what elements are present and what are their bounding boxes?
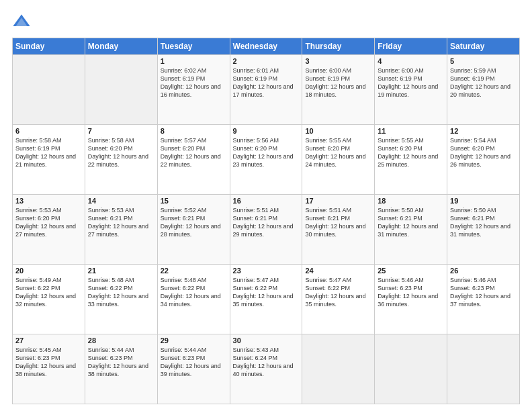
day-info: Sunrise: 6:01 AM Sunset: 6:19 PM Dayligh… [233,66,300,99]
calendar-day-cell: 13Sunrise: 5:53 AM Sunset: 6:20 PM Dayli… [13,195,85,265]
day-number: 22 [161,267,227,275]
day-of-week-header: Monday [85,38,157,55]
day-number: 20 [15,267,82,275]
day-number: 25 [378,267,444,275]
calendar-table: SundayMondayTuesdayWednesdayThursdayFrid… [12,38,520,404]
header [12,12,520,31]
day-number: 11 [378,127,444,135]
day-info: Sunrise: 5:48 AM Sunset: 6:22 PM Dayligh… [161,276,227,309]
calendar-day-cell: 8Sunrise: 5:57 AM Sunset: 6:20 PM Daylig… [157,125,230,195]
day-info: Sunrise: 5:47 AM Sunset: 6:22 PM Dayligh… [305,276,371,309]
calendar-day-cell: 11Sunrise: 5:55 AM Sunset: 6:20 PM Dayli… [375,125,447,195]
day-number: 14 [88,197,154,205]
day-info: Sunrise: 5:45 AM Sunset: 6:23 PM Dayligh… [15,346,82,379]
calendar-day-cell: 1Sunrise: 6:02 AM Sunset: 6:19 PM Daylig… [157,55,230,125]
day-number: 8 [161,127,227,135]
day-number: 13 [15,197,82,205]
calendar-day-cell: 26Sunrise: 5:46 AM Sunset: 6:23 PM Dayli… [447,265,520,334]
day-number: 6 [15,127,82,135]
day-of-week-header: Tuesday [157,38,230,55]
day-info: Sunrise: 5:55 AM Sunset: 6:20 PM Dayligh… [378,136,444,169]
day-info: Sunrise: 5:50 AM Sunset: 6:21 PM Dayligh… [450,206,517,239]
day-number: 1 [161,57,227,65]
day-number: 18 [378,197,444,205]
day-of-week-header: Wednesday [230,38,302,55]
day-of-week-header: Friday [375,38,447,55]
day-info: Sunrise: 5:46 AM Sunset: 6:23 PM Dayligh… [378,276,444,309]
calendar-day-cell: 27Sunrise: 5:45 AM Sunset: 6:23 PM Dayli… [13,334,85,404]
calendar-day-cell: 29Sunrise: 5:44 AM Sunset: 6:23 PM Dayli… [157,334,230,404]
logo [12,12,34,31]
calendar-day-cell: 2Sunrise: 6:01 AM Sunset: 6:19 PM Daylig… [230,55,302,125]
calendar-day-cell: 5Sunrise: 5:59 AM Sunset: 6:19 PM Daylig… [447,55,520,125]
calendar-week-row: 20Sunrise: 5:49 AM Sunset: 6:22 PM Dayli… [13,265,520,334]
day-number: 7 [88,127,154,135]
day-number: 16 [233,197,300,205]
calendar-day-cell: 6Sunrise: 5:58 AM Sunset: 6:19 PM Daylig… [13,125,85,195]
day-info: Sunrise: 5:55 AM Sunset: 6:20 PM Dayligh… [305,136,371,169]
calendar-day-cell: 10Sunrise: 5:55 AM Sunset: 6:20 PM Dayli… [302,125,375,195]
day-info: Sunrise: 5:54 AM Sunset: 6:20 PM Dayligh… [450,136,517,169]
day-info: Sunrise: 5:48 AM Sunset: 6:22 PM Dayligh… [88,276,154,309]
day-number: 27 [15,336,82,345]
calendar-week-row: 6Sunrise: 5:58 AM Sunset: 6:19 PM Daylig… [13,125,520,195]
day-number: 29 [161,336,227,345]
calendar-day-cell [302,334,375,404]
calendar-day-cell: 18Sunrise: 5:50 AM Sunset: 6:21 PM Dayli… [375,195,447,265]
day-number: 23 [233,267,300,275]
day-info: Sunrise: 5:44 AM Sunset: 6:23 PM Dayligh… [161,346,227,379]
calendar-day-cell [447,334,520,404]
day-number: 12 [450,127,517,135]
day-number: 3 [305,57,371,65]
calendar-week-row: 13Sunrise: 5:53 AM Sunset: 6:20 PM Dayli… [13,195,520,265]
day-info: Sunrise: 5:47 AM Sunset: 6:22 PM Dayligh… [233,276,300,309]
day-number: 26 [450,267,517,275]
day-info: Sunrise: 5:51 AM Sunset: 6:21 PM Dayligh… [305,206,371,239]
calendar-day-cell: 3Sunrise: 6:00 AM Sunset: 6:19 PM Daylig… [302,55,375,125]
day-number: 21 [88,267,154,275]
calendar-day-cell: 17Sunrise: 5:51 AM Sunset: 6:21 PM Dayli… [302,195,375,265]
day-number: 30 [233,336,300,345]
calendar-day-cell: 20Sunrise: 5:49 AM Sunset: 6:22 PM Dayli… [13,265,85,334]
calendar-day-cell: 16Sunrise: 5:51 AM Sunset: 6:21 PM Dayli… [230,195,302,265]
day-info: Sunrise: 5:58 AM Sunset: 6:19 PM Dayligh… [15,136,82,169]
calendar-day-cell: 25Sunrise: 5:46 AM Sunset: 6:23 PM Dayli… [375,265,447,334]
calendar-day-cell: 12Sunrise: 5:54 AM Sunset: 6:20 PM Dayli… [447,125,520,195]
day-number: 5 [450,57,517,65]
calendar-day-cell [375,334,447,404]
day-info: Sunrise: 6:02 AM Sunset: 6:19 PM Dayligh… [161,66,227,99]
day-info: Sunrise: 5:43 AM Sunset: 6:24 PM Dayligh… [233,346,300,379]
calendar-day-cell: 4Sunrise: 6:00 AM Sunset: 6:19 PM Daylig… [375,55,447,125]
calendar-header-row: SundayMondayTuesdayWednesdayThursdayFrid… [13,38,520,55]
day-info: Sunrise: 5:44 AM Sunset: 6:23 PM Dayligh… [88,346,154,379]
calendar-day-cell: 9Sunrise: 5:56 AM Sunset: 6:20 PM Daylig… [230,125,302,195]
day-of-week-header: Thursday [302,38,375,55]
day-info: Sunrise: 5:59 AM Sunset: 6:19 PM Dayligh… [450,66,517,99]
calendar-day-cell: 30Sunrise: 5:43 AM Sunset: 6:24 PM Dayli… [230,334,302,404]
day-info: Sunrise: 5:53 AM Sunset: 6:20 PM Dayligh… [15,206,82,239]
day-number: 2 [233,57,300,65]
day-info: Sunrise: 5:50 AM Sunset: 6:21 PM Dayligh… [378,206,444,239]
day-info: Sunrise: 5:53 AM Sunset: 6:21 PM Dayligh… [88,206,154,239]
day-number: 9 [233,127,300,135]
day-info: Sunrise: 5:52 AM Sunset: 6:21 PM Dayligh… [161,206,227,239]
calendar-day-cell: 28Sunrise: 5:44 AM Sunset: 6:23 PM Dayli… [85,334,157,404]
calendar-day-cell: 7Sunrise: 5:58 AM Sunset: 6:20 PM Daylig… [85,125,157,195]
day-info: Sunrise: 6:00 AM Sunset: 6:19 PM Dayligh… [305,66,371,99]
day-number: 17 [305,197,371,205]
calendar-day-cell: 24Sunrise: 5:47 AM Sunset: 6:22 PM Dayli… [302,265,375,334]
calendar-day-cell: 22Sunrise: 5:48 AM Sunset: 6:22 PM Dayli… [157,265,230,334]
page: SundayMondayTuesdayWednesdayThursdayFrid… [0,0,532,411]
day-number: 10 [305,127,371,135]
day-info: Sunrise: 5:56 AM Sunset: 6:20 PM Dayligh… [233,136,300,169]
calendar-day-cell [85,55,157,125]
day-info: Sunrise: 6:00 AM Sunset: 6:19 PM Dayligh… [378,66,444,99]
day-info: Sunrise: 5:58 AM Sunset: 6:20 PM Dayligh… [88,136,154,169]
calendar-day-cell: 14Sunrise: 5:53 AM Sunset: 6:21 PM Dayli… [85,195,157,265]
day-number: 15 [161,197,227,205]
calendar-week-row: 1Sunrise: 6:02 AM Sunset: 6:19 PM Daylig… [13,55,520,125]
day-info: Sunrise: 5:46 AM Sunset: 6:23 PM Dayligh… [450,276,517,309]
day-number: 4 [378,57,444,65]
day-info: Sunrise: 5:49 AM Sunset: 6:22 PM Dayligh… [15,276,82,309]
day-number: 19 [450,197,517,205]
